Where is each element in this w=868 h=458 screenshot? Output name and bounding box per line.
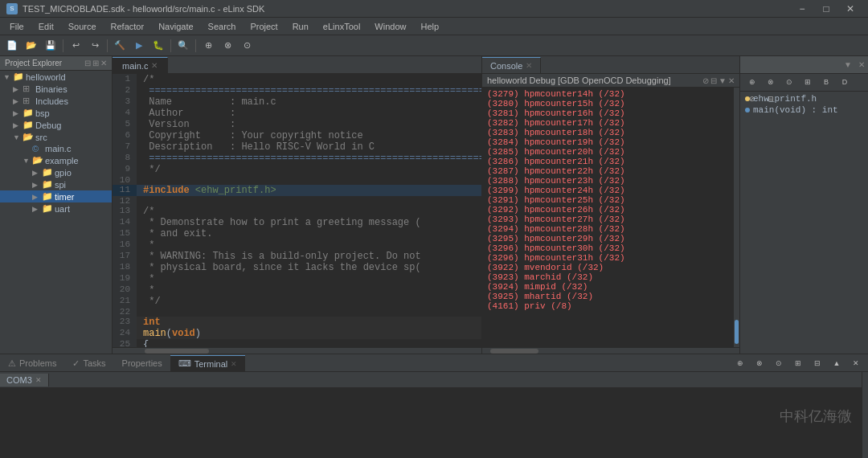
bottom-tb-btn5[interactable]: ⊟ xyxy=(809,355,826,371)
terminal-tab-close-icon[interactable]: ✕ xyxy=(35,376,42,384)
console-line: (3299) hpmcounter24h (/32) xyxy=(485,186,730,195)
tree-item-bsp[interactable]: ▶ 📁 bsp xyxy=(0,107,112,119)
tree-item-main-c[interactable]: © main.c xyxy=(0,143,112,154)
code-line-6: 6 Copyright : Your copyright notice xyxy=(113,130,481,141)
code-editor[interactable]: 1 /* 2 =================================… xyxy=(113,74,481,347)
tree-item-helloworld[interactable]: ▼ 📁 helloworld xyxy=(0,71,112,83)
folder-icon-gpio: 📁 xyxy=(42,167,53,178)
console-menu-icon[interactable]: ▼ xyxy=(719,76,727,85)
toolbar-save[interactable]: 💾 xyxy=(42,38,59,54)
tab-problems[interactable]: ⚠ Problems xyxy=(0,355,64,371)
var-item-main[interactable]: main(void) : int xyxy=(742,104,866,116)
var-item-ehw-printf[interactable]: ehw_printf.h xyxy=(742,93,866,104)
toolbar-btn1[interactable]: ⊕ xyxy=(199,38,217,54)
toolbar-new[interactable]: 📄 xyxy=(3,38,21,54)
sidebar-header: Project Explorer ⊟ ⊞ ✕ xyxy=(0,56,112,71)
bottom-tb-btn1[interactable]: ⊕ xyxy=(731,355,749,371)
var-tb-btn6[interactable]: D xyxy=(836,74,854,90)
tree-arrow-binaries: ▶ xyxy=(13,85,23,93)
var-tb-btn1[interactable]: ⊕ xyxy=(743,74,761,90)
line-number: 12 xyxy=(113,196,137,206)
line-content: Copyright : Your copyright notice xyxy=(137,130,481,141)
console-output: (3279) hpmcounter14h (/32) (3280) hpmcou… xyxy=(482,88,733,347)
var-tb-btn3[interactable]: ⊙ xyxy=(780,74,798,90)
tab-label: Terminal xyxy=(194,359,228,369)
var-panel-close[interactable]: ✕ xyxy=(855,60,868,69)
tree-item-binaries[interactable]: ▶ ⊞ Binaries xyxy=(0,83,112,95)
console-close-icon[interactable]: ✕ xyxy=(728,76,735,85)
editor-scrollbar-h[interactable] xyxy=(113,347,481,354)
sidebar-menu-icon[interactable]: ⊞ xyxy=(92,59,99,67)
menu-navigate[interactable]: Navigate xyxy=(152,20,199,33)
tree-item-example[interactable]: ▼ 📂 example xyxy=(0,154,112,166)
tab-label: Properties xyxy=(122,358,162,368)
menu-run[interactable]: Run xyxy=(286,20,315,33)
toolbar-debug[interactable]: 🐛 xyxy=(149,38,167,54)
tree-item-gpio[interactable]: ▶ 📁 gpio xyxy=(0,166,112,178)
console-tab-close[interactable]: ✕ xyxy=(526,61,532,70)
tree-arrow-uart: ▶ xyxy=(32,205,42,213)
tab-tasks[interactable]: ✓ Tasks xyxy=(64,355,113,371)
terminal-content[interactable] xyxy=(0,388,862,458)
toolbar-btn2[interactable]: ⊗ xyxy=(219,38,236,54)
menu-help[interactable]: Help xyxy=(414,20,445,33)
bottom-close-btn[interactable]: ✕ xyxy=(847,355,865,371)
tab-close-icon[interactable]: ✕ xyxy=(151,61,158,70)
code-line-3: 3 Name : main.c xyxy=(113,96,481,108)
sidebar-collapse-icon[interactable]: ⊟ xyxy=(84,59,91,67)
close-button[interactable]: ✕ xyxy=(839,0,862,18)
console-panel: Console ✕ helloworld Debug [GDB OpenOCD … xyxy=(482,56,739,354)
toolbar-redo[interactable]: ↪ xyxy=(86,38,104,54)
sidebar-close-icon[interactable]: ✕ xyxy=(100,59,107,67)
line-number: 23 xyxy=(113,317,137,328)
toolbar-build[interactable]: 🔨 xyxy=(111,38,129,54)
menu-window[interactable]: Window xyxy=(368,20,412,33)
var-tb-btn4[interactable]: ⊞ xyxy=(799,74,817,90)
menu-edit[interactable]: Edit xyxy=(32,20,60,33)
editor-tab-main-c[interactable]: main.c ✕ xyxy=(113,57,168,73)
tree-item-spi[interactable]: ▶ 📁 spi xyxy=(0,178,112,190)
menu-file[interactable]: File xyxy=(3,20,31,33)
menu-project[interactable]: Project xyxy=(244,20,284,33)
bottom-tb-btn4[interactable]: ⊞ xyxy=(789,355,807,371)
minimize-button[interactable]: − xyxy=(791,0,813,18)
menu-search[interactable]: Search xyxy=(202,20,243,33)
tree-item-debug[interactable]: ▶ 📁 Debug xyxy=(0,119,112,131)
toolbar-open[interactable]: 📂 xyxy=(23,38,40,54)
toolbar-undo[interactable]: ↩ xyxy=(67,38,84,54)
var-tb-btn5[interactable]: B xyxy=(817,74,835,90)
terminal-tab-com3[interactable]: COM3 ✕ xyxy=(0,374,49,386)
console-tab[interactable]: Console ✕ xyxy=(482,57,541,73)
line-number: 2 xyxy=(113,85,137,96)
console-scrollbar-thumb[interactable] xyxy=(735,320,739,344)
console-line: (4161) priv (/8) xyxy=(485,301,730,311)
toolbar-btn3[interactable]: ⊙ xyxy=(238,38,256,54)
var-panel-minimize[interactable]: ▼ xyxy=(841,60,855,69)
line-content: /* xyxy=(137,206,481,217)
var-tb-btn2[interactable]: ⊗ xyxy=(762,74,780,90)
maximize-button[interactable]: □ xyxy=(815,0,837,18)
tree-item-uart[interactable]: ▶ 📁 uart xyxy=(0,202,112,215)
line-content: */ xyxy=(137,164,481,175)
menu-refactor[interactable]: Refactor xyxy=(104,20,151,33)
bottom-maximize-btn[interactable]: ▲ xyxy=(828,355,845,371)
tree-item-includes[interactable]: ▶ ⊞ Includes xyxy=(0,95,112,107)
title-bar: S TEST_MICROBLADE.sdk - helloworld/src/m… xyxy=(0,0,868,18)
console-clear-icon[interactable]: ⊘ xyxy=(702,76,709,85)
menu-source[interactable]: Source xyxy=(62,20,103,33)
console-scroll-lock-icon[interactable]: ⊟ xyxy=(710,76,717,85)
toolbar-search[interactable]: 🔍 xyxy=(174,38,192,54)
toolbar-run[interactable]: ▶ xyxy=(130,38,148,54)
bottom-tb-btn3[interactable]: ⊙ xyxy=(770,355,788,371)
tab-properties[interactable]: Properties xyxy=(114,355,170,371)
var-item-label: ehw_printf.h xyxy=(753,94,817,104)
tree-item-src[interactable]: ▼ 📂 src xyxy=(0,131,112,143)
bottom-tb-btn2[interactable]: ⊗ xyxy=(751,355,768,371)
code-line-22: 22 xyxy=(113,307,481,317)
code-line-20: 20 * xyxy=(113,284,481,296)
tab-close-icon[interactable]: ✕ xyxy=(231,360,237,368)
tree-item-timer[interactable]: ▶ 📁 timer xyxy=(0,190,112,202)
menu-elinxtool[interactable]: eLinxTool xyxy=(317,20,366,33)
tab-terminal[interactable]: ⌨ Terminal ✕ xyxy=(170,355,246,371)
code-line-21: 21 */ xyxy=(113,296,481,307)
